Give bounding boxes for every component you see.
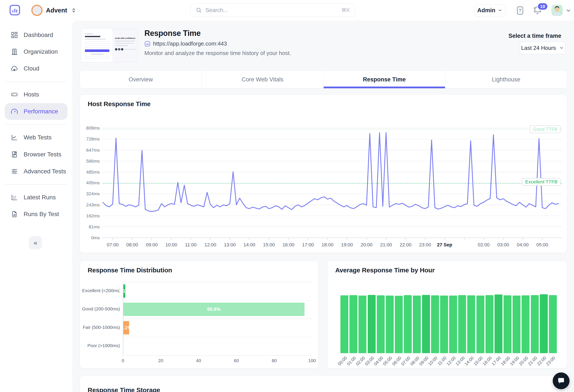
organization-name: Advent xyxy=(46,7,67,14)
timeframe-label: Select a time frame xyxy=(497,33,561,39)
host-detail-tabs: Overview Core Web Vitals Response Time L… xyxy=(80,70,567,88)
building-icon xyxy=(11,48,18,55)
sidebar-item-label: Performance xyxy=(24,108,58,115)
x-tick-label: 27 Sep xyxy=(437,242,452,247)
server-icon xyxy=(11,91,18,98)
gauge-icon xyxy=(11,108,18,115)
hour-bar xyxy=(549,295,557,353)
search-input[interactable] xyxy=(205,7,338,14)
hour-bar xyxy=(512,295,520,353)
sidebar-item-runs-by-test[interactable]: Runs By Test xyxy=(5,206,67,222)
hour-bar xyxy=(431,295,439,353)
admin-menu-button[interactable]: Admin xyxy=(474,4,505,16)
sidebar-item-advanced-tests[interactable]: Advanced Tests xyxy=(5,163,67,180)
hour-bar xyxy=(476,295,484,353)
collapse-chevrons-icon: « xyxy=(34,239,37,246)
hour-bar xyxy=(386,295,394,353)
user-menu-caret[interactable] xyxy=(565,7,572,15)
sidebar-item-organization[interactable]: Organization xyxy=(5,43,67,60)
y-tick-label: 324ms xyxy=(86,191,100,196)
dist-x-tick-label: 80 xyxy=(268,358,281,363)
dist-row-line xyxy=(123,355,312,356)
hour-bar xyxy=(358,295,366,353)
chat-widget-button[interactable] xyxy=(553,372,570,389)
thumbnail-caption: Scale with confidence. xyxy=(115,37,136,39)
help-button[interactable]: ? xyxy=(515,6,525,16)
sidebar-item-web-tests[interactable]: Web Tests xyxy=(5,129,67,146)
dist-bar-value: 3.1% xyxy=(121,325,131,331)
organization-switcher[interactable]: Advent xyxy=(31,5,77,16)
timeframe-select[interactable]: Last 24 Hours xyxy=(520,42,565,54)
dist-bar: 3.1% xyxy=(123,321,129,334)
search-shortcut-hint: ⌘K xyxy=(341,7,350,13)
y-tick-label: 647ms xyxy=(86,148,100,153)
host-response-time-card: Host Response Time 809ms728ms647ms566ms4… xyxy=(80,95,567,253)
chevron-down-icon xyxy=(497,8,503,13)
x-tick-label: 05:00 xyxy=(536,242,548,247)
x-tick-label: 15:00 xyxy=(263,242,275,247)
host-response-time-chart: 809ms728ms647ms566ms485ms405ms324ms243ms… xyxy=(80,95,567,253)
x-tick-label: 08:00 xyxy=(126,242,138,247)
thumbnail-login-mock xyxy=(82,29,112,62)
y-tick-label: 566ms xyxy=(86,158,100,163)
admin-menu-label: Admin xyxy=(477,7,495,14)
tab-overview[interactable]: Overview xyxy=(80,71,202,88)
host-chart-mini-icon xyxy=(144,41,150,47)
response-time-storage-card: Response Time Storage xyxy=(80,375,567,392)
sidebar-item-label: Cloud xyxy=(24,65,39,72)
hour-bar xyxy=(368,295,376,353)
cloud-settings-icon xyxy=(11,65,18,72)
dist-row-line xyxy=(123,337,312,337)
report-file-icon xyxy=(11,211,18,218)
dist-bar: 1.1% xyxy=(123,284,125,298)
sidebar-item-hosts[interactable]: Hosts xyxy=(5,86,67,103)
dist-x-tick-label: 60 xyxy=(230,358,243,363)
dist-bar-value: 95.8% xyxy=(207,307,221,312)
chevron-down-icon xyxy=(559,45,564,50)
response-time-distribution-card: Response Time Distribution Excellent (<2… xyxy=(80,261,319,369)
hour-bar xyxy=(531,295,539,353)
sidebar-item-label: Browser Tests xyxy=(24,151,61,158)
sidebar-divider xyxy=(5,125,67,125)
sidebar-item-performance[interactable]: Performance xyxy=(5,103,67,120)
tab-lighthouse[interactable]: Lighthouse xyxy=(445,71,567,88)
app-logo-icon[interactable] xyxy=(9,4,21,16)
hour-bar xyxy=(395,296,403,353)
tab-label: Overview xyxy=(129,76,153,83)
sidebar-item-browser-tests[interactable]: Browser Tests xyxy=(5,146,67,163)
x-tick-label: 11:00 xyxy=(185,242,196,247)
scatter-chart-icon xyxy=(11,194,18,201)
search-bar[interactable]: ⌘K xyxy=(190,3,355,17)
dist-x-tick-label: 100 xyxy=(306,358,318,363)
sidebar-collapse-button[interactable]: « xyxy=(29,236,42,249)
dist-category-label: Good (200-500ms) xyxy=(82,306,120,312)
tab-core-web-vitals[interactable]: Core Web Vitals xyxy=(202,71,323,88)
user-avatar[interactable] xyxy=(552,5,563,16)
sidebar-item-dashboard[interactable]: Dashboard xyxy=(5,27,67,43)
x-tick-label: 03:00 xyxy=(497,242,509,247)
page-description: Monitor and analyze the response time hi… xyxy=(144,50,291,57)
hour-bar xyxy=(349,295,357,353)
x-tick-label: 13:00 xyxy=(224,242,236,247)
hour-bar xyxy=(486,295,493,353)
sidebar-item-latest-runs[interactable]: Latest Runs xyxy=(5,189,67,206)
dist-x-tick-label: 0 xyxy=(117,358,129,363)
sidebar-item-cloud[interactable]: Cloud xyxy=(5,60,67,77)
dist-row-line xyxy=(123,318,312,319)
sidebar: Dashboard Organization Cloud Hosts Perfo… xyxy=(0,21,72,392)
dist-category-label: Excellent (<200ms) xyxy=(82,288,120,293)
x-tick-label: 10:00 xyxy=(165,242,177,247)
hourly-bar-chart: 00:0001:0002:0003:0004:0005:0006:0007:00… xyxy=(328,261,567,368)
sidebar-divider xyxy=(5,82,67,82)
y-tick-label: 0ms xyxy=(91,235,100,240)
sidebar-item-label: Advanced Tests xyxy=(24,168,66,175)
tab-response-time[interactable]: Response Time xyxy=(323,71,445,88)
hour-bar xyxy=(504,295,512,353)
tab-label: Core Web Vitals xyxy=(242,76,284,83)
sidebar-divider xyxy=(5,184,67,185)
host-preview-thumbnail: Scale with confidence. xyxy=(81,28,138,62)
x-tick-label: 09:00 xyxy=(146,242,158,247)
dist-bar: 95.8% xyxy=(123,303,305,316)
sidebar-item-label: Latest Runs xyxy=(24,194,56,201)
hour-bar xyxy=(522,295,530,353)
